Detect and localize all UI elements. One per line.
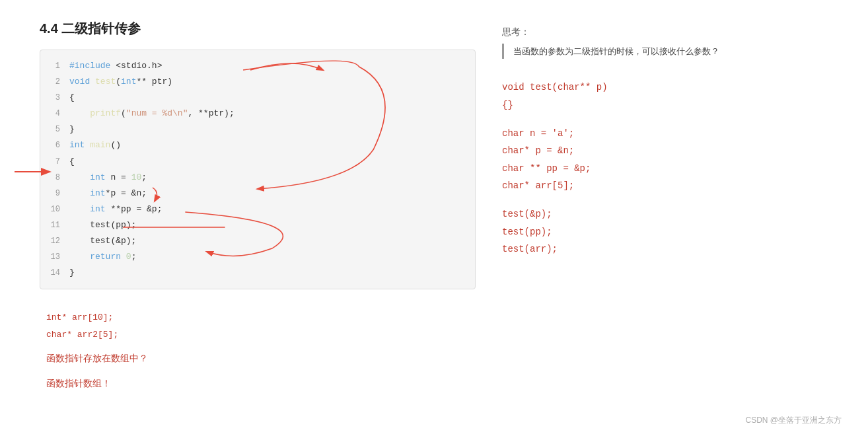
right-code-section: void test(char** p) {} char n = 'a'; cha…	[502, 79, 828, 258]
left-panel: 4.4 二级指针传参 1 #include <stdio.h> 2 void t…	[40, 20, 476, 392]
code-block: 1 #include <stdio.h> 2 void test(int** p…	[40, 50, 476, 289]
code-line-5: 5 }	[40, 122, 475, 137]
code-line-4: 4 printf("num = %d\n", **ptr);	[40, 106, 475, 122]
code-line-14: 14 }	[40, 265, 475, 281]
think-label: 思考：	[502, 26, 828, 38]
bottom-note-2: 函数指针数组！	[46, 374, 476, 392]
code-line-10: 10 int **pp = &p;	[40, 201, 475, 217]
section-title: 4.4 二级指针传参	[40, 20, 476, 38]
code-line-11: 11 test(pp);	[40, 217, 475, 233]
bottom-note-1: 函数指针存放在数组中？	[46, 349, 476, 367]
right-code-calls: test(&p); test(pp); test(arr);	[502, 205, 828, 258]
code-line-9: 9 int*p = &n;	[40, 186, 475, 201]
code-line-1: 1 #include <stdio.h>	[40, 58, 475, 74]
bottom-code-line-2: char* arr2[5];	[46, 326, 476, 344]
code-line-6: 6 int main()	[40, 137, 475, 153]
code-line-13: 13 return 0;	[40, 249, 475, 265]
code-line-12: 12 test(&p);	[40, 233, 475, 249]
code-line-8: 8 int n = 10;	[40, 170, 475, 186]
page-container: 4.4 二级指针传参 1 #include <stdio.h> 2 void t…	[0, 0, 868, 412]
right-code-vars: char n = 'a'; char* p = &n; char ** pp =…	[502, 125, 828, 195]
code-line-7: 7 {	[40, 154, 475, 170]
think-text: 当函数的参数为二级指针的时候，可以接收什么参数？	[513, 46, 719, 56]
right-code-void: void test(char** p) {}	[502, 79, 828, 114]
code-line-2: 2 void test(int** ptr)	[40, 74, 475, 90]
bottom-notes: int* arr[10]; char* arr2[5]; 函数指针存放在数组中？…	[40, 309, 476, 392]
bottom-code-line-1: int* arr[10];	[46, 309, 476, 326]
code-line-3: 3 {	[40, 90, 475, 106]
right-panel: 思考： 当函数的参数为二级指针的时候，可以接收什么参数？ void test(c…	[502, 20, 828, 392]
footer-text: CSDN @坐落于亚洲之东方	[745, 415, 842, 426]
think-block: 当函数的参数为二级指针的时候，可以接收什么参数？	[502, 44, 828, 59]
